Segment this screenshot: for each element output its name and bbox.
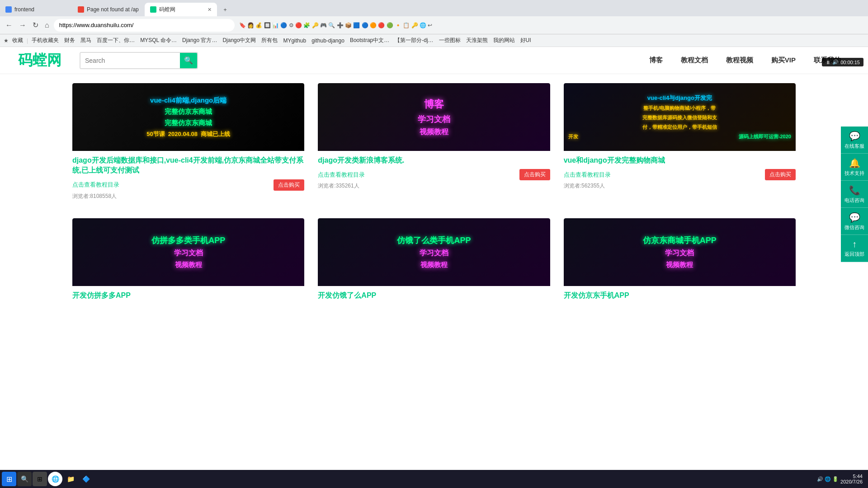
tab-frontend[interactable]: frontend <box>0 3 72 16</box>
card-1-title: djago开发后端数据库和接口,vue-cli4开发前端,仿京东商城全站带支付系… <box>72 155 304 176</box>
sidebar-btn-chat[interactable]: 💬 在线客服 <box>841 127 868 154</box>
tab-bar: frontend Page not found at /ap 码螳网 ✕ ＋ <box>0 0 868 16</box>
wechat-icon: 💬 <box>849 212 860 223</box>
bookmark-star: ★ <box>4 38 9 44</box>
search-icon: 🔍 <box>184 56 193 65</box>
sidebar-label-top: 返回顶部 <box>844 251 864 258</box>
bookmark-mysql[interactable]: MYSQL 命令… <box>138 37 179 44</box>
volume-icon: 🔊 <box>832 59 839 65</box>
tab-title: Page not found at /ap <box>87 6 139 13</box>
tab-favicon <box>78 6 84 13</box>
card-5-img-line-3: 视频教程 <box>420 261 448 269</box>
card-3-img-line-4: 付，带精准定位用户，带手机短信 <box>642 124 717 131</box>
sidebar-btn-notify[interactable]: 🔔 技术支持 <box>841 154 868 181</box>
nav-item-blog[interactable]: 博客 <box>640 52 672 68</box>
card-4-image: 仿拼多多类手机APP 学习文档 视频教程 <box>72 218 304 286</box>
card-3[interactable]: vue-cli4与django开发完 整手机/电脑购物商城/小程序，带 完整数据… <box>564 83 796 205</box>
card-6-img-line-2: 学习文档 <box>665 249 694 258</box>
card-5-img-line-1: 仿饿了么类手机APP <box>397 235 471 246</box>
bookmarks-bar: ★ 收藏 | 手机收藏夹 财务 黑马 百度一下、你… MYSQL 命令… Dja… <box>0 34 868 47</box>
card-3-img-line-6: 源码上线即可运营-2020 <box>739 133 791 140</box>
bookmark-icons[interactable]: 一些图标 <box>437 37 462 44</box>
sidebar-float: 💬 在线客服 🔔 技术支持 📞 电话咨询 💬 微信咨询 ↑ 返回顶部 <box>841 127 868 262</box>
bookmark-bootstrap[interactable]: Bootstrap中文… <box>348 37 391 44</box>
address-input[interactable] <box>54 19 235 32</box>
bookmark-django-cn[interactable]: Django中文网 <box>221 37 258 44</box>
card-3-buy-btn[interactable]: 点击购买 <box>765 169 796 180</box>
card-6-title: 开发仿京东手机APP <box>564 291 796 300</box>
card-5-image: 仿饿了么类手机APP 学习文档 视频教程 <box>318 218 550 286</box>
card-3-img-line-3: 完整数据库源码接入微信登陆和支 <box>642 114 717 121</box>
bookmark-mysite[interactable]: 我的网站 <box>491 37 517 44</box>
nav-item-videos[interactable]: 教程视频 <box>717 52 762 68</box>
card-3-img-line-5: 开发 <box>568 133 578 140</box>
card-5[interactable]: 仿饿了么类手机APP 学习文档 视频教程 开发仿饿了么APP <box>318 218 550 309</box>
back-btn[interactable]: ← <box>4 20 14 30</box>
card-1-link[interactable]: 点击查看教程目录 <box>72 181 119 189</box>
tab-title: frontend <box>14 6 34 13</box>
card-3-actions: 点击查看教程目录 点击购买 <box>564 169 796 180</box>
site-logo[interactable]: 码螳网 <box>18 51 61 70</box>
bookmark-first-part[interactable]: 【第一部分-dj… <box>393 37 435 44</box>
bookmark-baidu[interactable]: 百度一下、你… <box>95 37 137 44</box>
bookmark-github-django[interactable]: github-django <box>310 38 346 44</box>
card-6[interactable]: 仿京东商城手机APP 学习文档 视频教程 开发仿京东手机APP <box>564 218 796 309</box>
card-2-views: 浏览者:335261人 <box>318 182 550 190</box>
card-4-img-line-3: 视频教程 <box>175 261 202 269</box>
bookmark-mygithub[interactable]: MYgithub <box>281 38 308 44</box>
bookmark-django-official[interactable]: Django 官方… <box>180 37 219 44</box>
tab-close-btn[interactable]: ✕ <box>208 7 212 13</box>
card-5-info: 开发仿饿了么APP <box>318 286 550 309</box>
search-button[interactable]: 🔍 <box>180 53 197 68</box>
card-3-info: vue和django开发完整购物商城 点击查看教程目录 点击购买 浏览者:562… <box>564 151 796 194</box>
sidebar-btn-top[interactable]: ↑ 返回顶部 <box>841 235 868 262</box>
card-2[interactable]: 博客 学习文档 视频教程 djago开发类新浪博客系统. 点击查看教程目录 点击… <box>318 83 550 205</box>
tab-title: 码螳网 <box>159 6 175 14</box>
card-3-views: 浏览者:562355人 <box>564 182 796 190</box>
pause-icon[interactable]: ⏸ <box>826 60 830 65</box>
tab-notfound[interactable]: Page not found at /ap <box>72 3 145 16</box>
card-grid: vue-cli4前端,django后端 完整仿京东商城 完整仿京东商城 50节课… <box>72 83 796 309</box>
card-2-buy-btn[interactable]: 点击购买 <box>519 169 550 180</box>
card-1-img-line-2: 完整仿京东商城 <box>165 108 212 116</box>
card-4[interactable]: 仿拼多多类手机APP 学习文档 视频教程 开发仿拼多多APP <box>72 218 304 309</box>
sidebar-btn-phone[interactable]: 📞 电话咨询 <box>841 181 868 208</box>
card-2-actions: 点击查看教程目录 点击购买 <box>318 169 550 180</box>
card-2-image: 博客 学习文档 视频教程 <box>318 83 550 151</box>
bookmark-heima[interactable]: 黑马 <box>79 37 93 44</box>
card-2-img-line-2: 学习文档 <box>418 114 450 125</box>
search-bar: 🔍 <box>80 52 198 69</box>
card-6-img-line-1: 仿京东商城手机APP <box>643 235 717 246</box>
sidebar-label-wechat: 微信咨询 <box>844 224 864 231</box>
forward-btn[interactable]: → <box>17 20 28 30</box>
tab-favicon <box>5 6 12 13</box>
search-input[interactable] <box>80 53 180 68</box>
nav-item-vip[interactable]: 购买VIP <box>762 52 805 68</box>
card-4-info: 开发仿拼多多APP <box>72 286 304 309</box>
home-btn[interactable]: ⌂ <box>43 20 51 30</box>
card-2-info: djago开发类新浪博客系统. 点击查看教程目录 点击购买 浏览者:335261… <box>318 151 550 194</box>
bookmark-collect[interactable]: 收藏 <box>10 37 25 44</box>
card-1[interactable]: vue-cli4前端,django后端 完整仿京东商城 完整仿京东商城 50节课… <box>72 83 304 205</box>
card-2-link[interactable]: 点击查看教程目录 <box>318 171 365 179</box>
top-icon: ↑ <box>852 239 857 249</box>
notify-icon: 🔔 <box>849 158 860 169</box>
phone-icon: 📞 <box>849 185 860 196</box>
new-tab-btn[interactable]: ＋ <box>217 3 233 16</box>
card-3-img-line-1: vue-cli4与django开发完 <box>647 94 712 102</box>
bookmark-mobile[interactable]: 手机收藏夹 <box>30 37 61 44</box>
sidebar-btn-wechat[interactable]: 💬 微信咨询 <box>841 208 868 235</box>
bookmark-finance[interactable]: 财务 <box>62 37 77 44</box>
bookmark-tianzhu[interactable]: 天淮架熊 <box>464 37 490 44</box>
nav-item-docs[interactable]: 教程文档 <box>672 52 717 68</box>
bookmark-haoui[interactable]: 好UI <box>519 37 533 44</box>
card-3-image: vue-cli4与django开发完 整手机/电脑购物商城/小程序，带 完整数据… <box>564 83 796 151</box>
card-1-img-line-3: 完整仿京东商城 <box>165 119 212 127</box>
card-1-views: 浏览者:8108558人 <box>72 192 304 200</box>
reload-btn[interactable]: ↻ <box>31 20 40 30</box>
card-3-link[interactable]: 点击查看教程目录 <box>564 171 611 179</box>
sidebar-label-notify: 技术支持 <box>844 170 864 177</box>
card-1-buy-btn[interactable]: 点击购买 <box>274 179 304 191</box>
bookmark-packages[interactable]: 所有包 <box>259 37 279 44</box>
tab-madan[interactable]: 码螳网 ✕ <box>145 3 217 16</box>
